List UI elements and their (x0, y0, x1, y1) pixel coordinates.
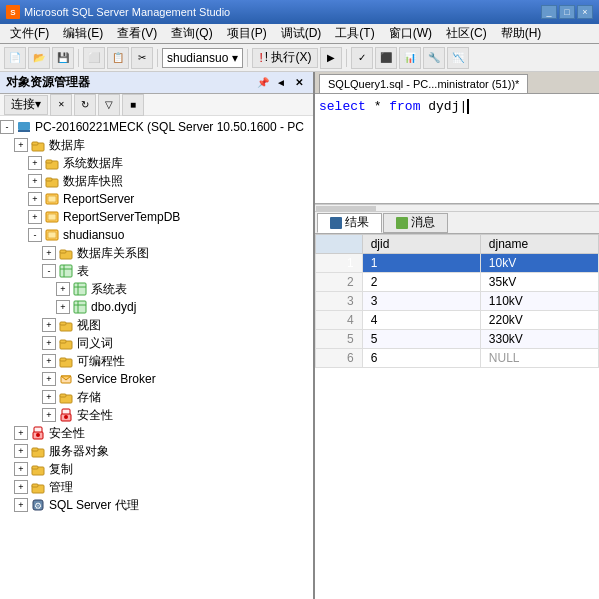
new-query-button[interactable]: 📄 (4, 47, 26, 69)
filter-button[interactable]: ▽ (98, 94, 120, 116)
tree-item-service-broker[interactable]: +Service Broker (0, 370, 313, 388)
stop-button[interactable]: ■ (122, 94, 144, 116)
tree-item-databases[interactable]: +数据库 (0, 136, 313, 154)
expand-btn-security-db[interactable]: + (42, 408, 56, 422)
panel-close-button[interactable]: ✕ (291, 75, 307, 91)
expand-btn-programmability[interactable]: + (42, 354, 56, 368)
svg-rect-16 (60, 265, 72, 277)
tree-item-views[interactable]: +视图 (0, 316, 313, 334)
expand-btn-db-diagrams[interactable]: + (42, 246, 56, 260)
results-tab-messages[interactable]: 消息 (383, 213, 448, 233)
tree-item-programmability[interactable]: +可编程性 (0, 352, 313, 370)
expand-btn-synonyms[interactable]: + (42, 336, 56, 350)
maximize-button[interactable]: □ (559, 5, 575, 19)
tree-item-synonyms[interactable]: +同义词 (0, 334, 313, 352)
query-tab-1[interactable]: SQLQuery1.sql - PC...ministrator (51))* (319, 74, 528, 93)
expand-btn-databases[interactable]: + (14, 138, 28, 152)
tree-item-replication[interactable]: +复制 (0, 460, 313, 478)
table-row[interactable]: 44220kV (316, 311, 599, 330)
table-row[interactable]: 1110kV (316, 254, 599, 273)
expand-btn-dbo-dydj[interactable]: + (56, 300, 70, 314)
toolbar-btn-3[interactable]: ✂ (131, 47, 153, 69)
expand-btn-management[interactable]: + (14, 480, 28, 494)
tree-item-reportserver[interactable]: +ReportServer (0, 190, 313, 208)
expand-btn-replication[interactable]: + (14, 462, 28, 476)
expand-btn-sys-tables[interactable]: + (56, 282, 70, 296)
tree-label-programmability: 可编程性 (77, 353, 125, 370)
menu-community[interactable]: 社区(C) (440, 24, 493, 43)
query-editor[interactable]: select * from dydj| (315, 94, 599, 204)
toolbar-btn-2[interactable]: 📋 (107, 47, 129, 69)
tree-item-storage[interactable]: +存储 (0, 388, 313, 406)
close-button[interactable]: × (577, 5, 593, 19)
col-header-djname[interactable]: djname (480, 235, 598, 254)
expand-btn-reportserver[interactable]: + (28, 192, 42, 206)
execute-button[interactable]: ! ! 执行(X) (252, 48, 318, 68)
save-button[interactable]: 💾 (52, 47, 74, 69)
object-explorer-tree[interactable]: -PC-20160221MECK (SQL Server 10.50.1600 … (0, 116, 313, 599)
tree-item-shudiansuo[interactable]: -shudiansuo (0, 226, 313, 244)
expand-btn-service-broker[interactable]: + (42, 372, 56, 386)
tree-item-sys-dbs[interactable]: +系统数据库 (0, 154, 313, 172)
results-tab-results[interactable]: 结果 (317, 213, 382, 233)
tree-item-security[interactable]: +安全性 (0, 424, 313, 442)
tree-item-tables[interactable]: -表 (0, 262, 313, 280)
menu-project[interactable]: 项目(P) (221, 24, 273, 43)
database-selector[interactable]: shudiansuo ▾ (162, 48, 243, 68)
expand-btn-sys-dbs[interactable]: + (28, 156, 42, 170)
editor-horizontal-scrollbar[interactable] (315, 204, 599, 212)
expand-btn-sql-agent[interactable]: + (14, 498, 28, 512)
table-row[interactable]: 2235kV (316, 273, 599, 292)
menu-window[interactable]: 窗口(W) (383, 24, 438, 43)
toolbar-btn-1[interactable]: ⬜ (83, 47, 105, 69)
tree-item-sql-agent[interactable]: +⚙SQL Server 代理 (0, 496, 313, 514)
tree-label-management: 管理 (49, 479, 73, 496)
table-row[interactable]: 55330kV (316, 330, 599, 349)
expand-btn-server-objects[interactable]: + (14, 444, 28, 458)
col-header-djid[interactable]: djid (362, 235, 480, 254)
menu-query[interactable]: 查询(Q) (165, 24, 218, 43)
results-table-container[interactable]: djid djname 1110kV2235kV33110kV44220kV55… (315, 234, 599, 599)
tree-item-server-objects[interactable]: +服务器对象 (0, 442, 313, 460)
row-num: 1 (316, 254, 363, 273)
expand-btn-storage[interactable]: + (42, 390, 56, 404)
toolbar-btn-4[interactable]: ✓ (351, 47, 373, 69)
tree-item-db-diagrams[interactable]: +数据库关系图 (0, 244, 313, 262)
toolbar-btn-6[interactable]: 📊 (399, 47, 421, 69)
open-button[interactable]: 📂 (28, 47, 50, 69)
disconnect-button[interactable]: ✕ (50, 94, 72, 116)
expand-btn-snapshots[interactable]: + (28, 174, 42, 188)
expand-btn-shudiansuo[interactable]: - (28, 228, 42, 242)
tree-icon-storage (58, 389, 74, 405)
tree-item-sys-tables[interactable]: +系统表 (0, 280, 313, 298)
table-row[interactable]: 33110kV (316, 292, 599, 311)
svg-rect-3 (32, 142, 38, 145)
tree-item-snapshots[interactable]: +数据库快照 (0, 172, 313, 190)
expand-btn-server[interactable]: - (0, 120, 14, 134)
toolbar-btn-5[interactable]: ⬛ (375, 47, 397, 69)
tree-item-reportservertempdb[interactable]: +ReportServerTempDB (0, 208, 313, 226)
expand-btn-security[interactable]: + (14, 426, 28, 440)
menu-tools[interactable]: 工具(T) (329, 24, 380, 43)
refresh-button[interactable]: ↻ (74, 94, 96, 116)
debug-button[interactable]: ▶ (320, 47, 342, 69)
tree-item-security-db[interactable]: +安全性 (0, 406, 313, 424)
toolbar-btn-8[interactable]: 📉 (447, 47, 469, 69)
expand-btn-reportservertempdb[interactable]: + (28, 210, 42, 224)
expand-btn-tables[interactable]: - (42, 264, 56, 278)
panel-arrow-button[interactable]: ◄ (273, 75, 289, 91)
menu-edit[interactable]: 编辑(E) (57, 24, 109, 43)
minimize-button[interactable]: _ (541, 5, 557, 19)
panel-pin-button[interactable]: 📌 (255, 75, 271, 91)
expand-btn-views[interactable]: + (42, 318, 56, 332)
table-row[interactable]: 66NULL (316, 349, 599, 368)
tree-item-management[interactable]: +管理 (0, 478, 313, 496)
menu-help[interactable]: 帮助(H) (495, 24, 548, 43)
menu-file[interactable]: 文件(F) (4, 24, 55, 43)
menu-debug[interactable]: 调试(D) (275, 24, 328, 43)
tree-item-server[interactable]: -PC-20160221MECK (SQL Server 10.50.1600 … (0, 118, 313, 136)
connect-button[interactable]: 连接▾ (4, 95, 48, 115)
tree-item-dbo-dydj[interactable]: +dbo.dydj (0, 298, 313, 316)
menu-view[interactable]: 查看(V) (111, 24, 163, 43)
toolbar-btn-7[interactable]: 🔧 (423, 47, 445, 69)
